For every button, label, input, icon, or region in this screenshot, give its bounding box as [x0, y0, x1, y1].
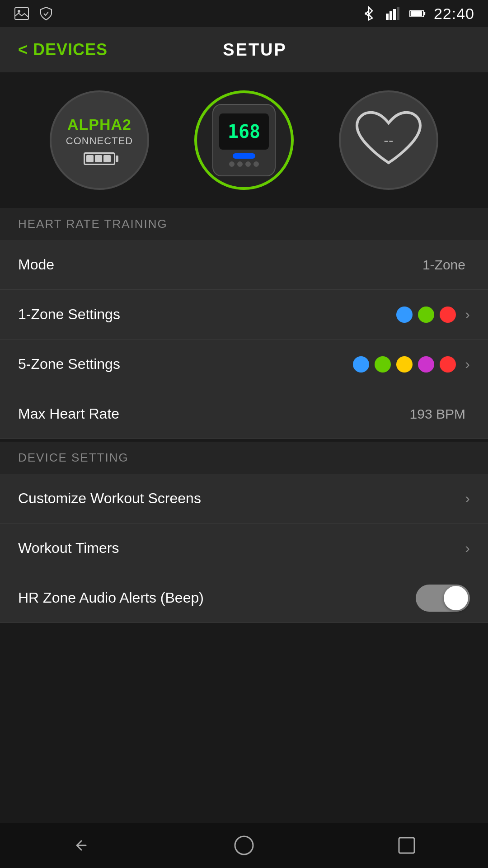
svg-rect-5: [397, 7, 399, 20]
status-time: 22:40: [434, 5, 474, 23]
device-name: ALPHA2: [67, 116, 131, 133]
device-heart[interactable]: --: [339, 90, 438, 190]
svg-rect-3: [389, 11, 392, 20]
1zone-dots: [396, 307, 456, 323]
status-left-icons: [14, 5, 54, 22]
5zone-label: 5-Zone Settings: [18, 356, 353, 373]
1zone-label: 1-Zone Settings: [18, 306, 396, 323]
list-item-audio-alerts[interactable]: HR Zone Audio Alerts (Beep): [0, 573, 488, 623]
svg-rect-4: [393, 9, 396, 20]
home-nav-button[interactable]: [226, 827, 262, 863]
back-nav-button[interactable]: [63, 827, 99, 863]
mode-value: 1-Zone: [422, 257, 465, 273]
watch-dots: [229, 161, 259, 167]
max-hr-value: 193 BPM: [410, 406, 465, 422]
device-alpha2[interactable]: ALPHA2 CONNECTED: [50, 90, 149, 190]
nav-bar: [0, 823, 488, 868]
watch-display: 168: [228, 121, 260, 142]
max-hr-label: Max Heart Rate: [18, 406, 410, 422]
svg-rect-0: [15, 8, 28, 19]
bluetooth-icon: [361, 5, 377, 22]
list-item-mode[interactable]: Mode 1-Zone: [0, 240, 488, 290]
header: < DEVICES SETUP: [0, 27, 488, 72]
list-item-workout-timers[interactable]: Workout Timers ›: [0, 524, 488, 573]
section-title-device: DEVICE SETTING: [18, 451, 129, 464]
recent-nav-button[interactable]: [389, 827, 425, 863]
dot-red: [440, 307, 456, 323]
svg-rect-10: [399, 838, 414, 853]
battery-status-icon: [409, 5, 426, 22]
5zone-dots: [353, 356, 456, 373]
customize-screens-label: Customize Workout Screens: [18, 490, 465, 507]
svg-point-9: [235, 836, 253, 854]
toggle-knob: [444, 586, 468, 610]
image-icon: [14, 5, 30, 22]
chevron-1zone: ›: [465, 306, 470, 323]
chevron-customize: ›: [465, 490, 470, 507]
device-watch[interactable]: 168: [194, 90, 294, 190]
dot-green: [418, 307, 434, 323]
list-item-1zone[interactable]: 1-Zone Settings ›: [0, 290, 488, 340]
back-button[interactable]: < DEVICES: [18, 40, 108, 59]
list-item-max-heart-rate[interactable]: Max Heart Rate 193 BPM: [0, 389, 488, 439]
watch-body: 168: [212, 104, 276, 176]
device-battery: [84, 152, 115, 165]
heart-value: --: [384, 132, 393, 149]
svg-rect-2: [386, 14, 389, 20]
chevron-5zone: ›: [465, 356, 470, 373]
status-bar: 22:40: [0, 0, 488, 27]
dot-blue-5z: [353, 356, 369, 373]
watch-led: [233, 153, 255, 159]
shield-icon: [38, 5, 54, 22]
list-item-customize-screens[interactable]: Customize Workout Screens ›: [0, 474, 488, 524]
audio-alerts-label: HR Zone Audio Alerts (Beep): [18, 590, 416, 606]
section-heart-rate-training: HEART RATE TRAINING: [0, 208, 488, 240]
svg-rect-8: [411, 11, 422, 16]
page-title: SETUP: [121, 40, 389, 60]
section-title-hr: HEART RATE TRAINING: [18, 217, 168, 231]
svg-rect-7: [423, 12, 425, 15]
dot-green-5z: [375, 356, 391, 373]
signal-icon: [385, 5, 401, 22]
chevron-timers: ›: [465, 540, 470, 557]
audio-alerts-toggle[interactable]: [416, 585, 470, 612]
mode-label: Mode: [18, 256, 422, 273]
device-row: ALPHA2 CONNECTED 168 -: [0, 72, 488, 208]
device-status: CONNECTED: [66, 135, 133, 147]
svg-point-1: [18, 10, 20, 13]
dot-purple-5z: [418, 356, 434, 373]
section-device-setting: DEVICE SETTING: [0, 442, 488, 474]
watch-screen: 168: [219, 113, 269, 150]
dot-blue: [396, 307, 413, 323]
workout-timers-label: Workout Timers: [18, 540, 465, 557]
dot-red-5z: [440, 356, 456, 373]
dot-yellow-5z: [396, 356, 413, 373]
list-item-5zone[interactable]: 5-Zone Settings ›: [0, 340, 488, 389]
